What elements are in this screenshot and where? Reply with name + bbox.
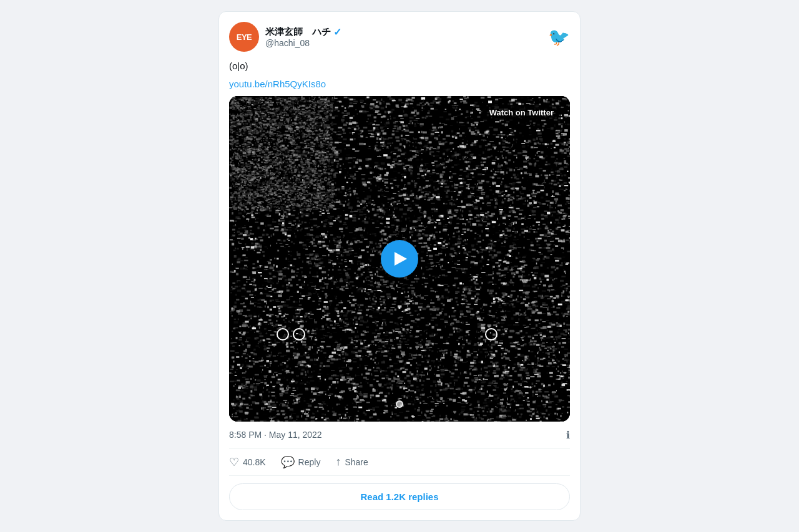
tweet-text: (o|o) [229,59,570,74]
heart-icon: ♡ [229,455,239,469]
like-button[interactable]: ♡ 40.8K [229,455,266,469]
name-text: 米津玄師 ハチ [265,26,331,38]
watch-on-twitter-label[interactable]: Watch on Twitter [482,105,561,120]
read-replies-button[interactable]: Read 1.2K replies [229,483,570,510]
tweet-timestamp: 8:58 PM · May 11, 2022 ℹ [229,429,570,441]
dot-1 [277,328,289,341]
username: @hachi_08 [265,38,341,48]
dot-3 [485,328,498,341]
dot-2 [293,328,305,341]
tweet-card: EYE 米津玄師 ハチ ✓ @hachi_08 🐦 (o|o) youtu.be… [218,11,581,521]
tweet-actions: ♡ 40.8K 💬 Reply ↑ Share [229,448,570,476]
display-name: 米津玄師 ハチ ✓ [265,26,341,38]
timestamp-text: 8:58 PM · May 11, 2022 [229,430,322,440]
share-icon: ↑ [335,455,341,468]
share-button[interactable]: ↑ Share [335,455,368,468]
tweet-header-left: EYE 米津玄師 ハチ ✓ @hachi_08 [229,22,341,52]
share-label: Share [345,457,368,467]
like-count: 40.8K [243,457,266,467]
tweet-body: (o|o) youtu.be/nRh5QyKIs8o Watch on Twit… [229,59,570,422]
reply-button[interactable]: 💬 Reply [281,455,321,469]
tweet-header: EYE 米津玄師 ハチ ✓ @hachi_08 🐦 [229,22,570,52]
play-button[interactable] [381,240,418,278]
twitter-logo: 🐦 [548,27,570,47]
reply-label: Reply [298,457,321,467]
user-info: 米津玄師 ハチ ✓ @hachi_08 [265,26,341,48]
video-container[interactable]: Watch on Twitter [229,96,570,422]
avatar[interactable]: EYE [229,22,259,52]
tweet-link[interactable]: youtu.be/nRh5QyKIs8o [229,79,326,89]
reply-icon: 💬 [281,455,295,469]
verified-icon: ✓ [333,26,341,38]
play-icon [395,252,407,266]
info-icon[interactable]: ℹ [566,429,570,441]
dot-4 [396,400,403,408]
